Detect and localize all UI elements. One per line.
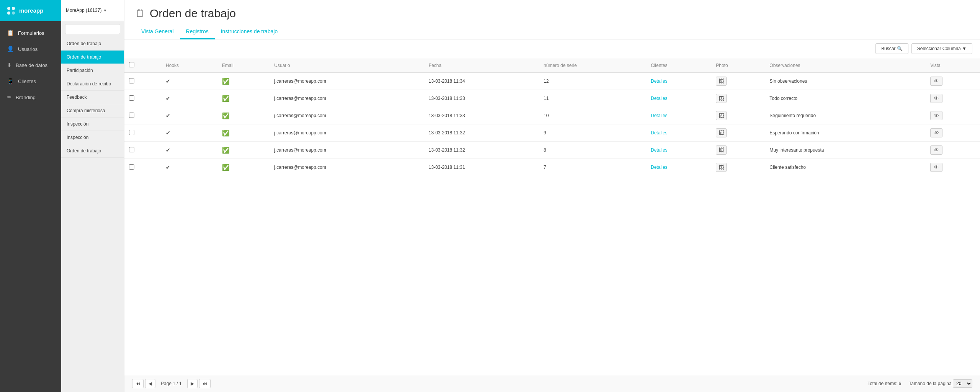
cliente-details-link[interactable]: Detalles: [651, 165, 667, 170]
row-checkbox[interactable]: [129, 164, 134, 170]
cliente-details-link[interactable]: Detalles: [651, 96, 667, 101]
list-item[interactable]: Orden de trabajo: [61, 144, 124, 158]
row-checkbox[interactable]: [129, 95, 134, 101]
row-fecha: 13-03-2018 11:31: [424, 159, 539, 176]
row-vista: 👁: [926, 142, 980, 159]
list-item[interactable]: Declaración de recibo: [61, 77, 124, 91]
sidebar-item-clientes[interactable]: 📱 Clientes: [0, 73, 61, 89]
vista-button[interactable]: 👁: [930, 145, 942, 155]
email-verified-icon: ✅: [222, 95, 230, 102]
hook-check-icon: ✔: [166, 95, 170, 101]
vista-button[interactable]: 👁: [930, 94, 942, 103]
row-photo: 🖼: [711, 73, 765, 90]
row-checkbox-cell: [124, 142, 161, 159]
branding-icon: ✏: [7, 94, 12, 101]
cliente-details-link[interactable]: Detalles: [651, 147, 667, 153]
row-photo: 🖼: [711, 90, 765, 107]
cliente-details-link[interactable]: Detalles: [651, 130, 667, 136]
row-checkbox[interactable]: [129, 113, 134, 118]
usuarios-icon: 👤: [7, 46, 14, 52]
clientes-icon: 📱: [7, 78, 14, 85]
row-email: ✅: [217, 90, 270, 107]
search-button[interactable]: Buscar 🔍: [875, 43, 908, 54]
table-row: ✔ ✅ j.carreras@moreapp.com 13-03-2018 11…: [124, 73, 980, 90]
cliente-details-link[interactable]: Detalles: [651, 78, 667, 84]
account-name: MoreApp (16137): [66, 8, 101, 13]
tabs: Vista General Registros Instrucciones de…: [135, 25, 969, 39]
photo-button[interactable]: 🖼: [716, 145, 727, 155]
col-hooks: Hooks: [161, 58, 217, 73]
cliente-details-link[interactable]: Detalles: [651, 113, 667, 118]
list-item[interactable]: Participación: [61, 64, 124, 77]
photo-button[interactable]: 🖼: [716, 111, 727, 120]
next-page-button[interactable]: ▶: [187, 379, 198, 388]
prev-page-button[interactable]: ◀: [145, 379, 155, 388]
row-hooks: ✔: [161, 142, 217, 159]
page-size-select[interactable]: 20 50 100: [953, 379, 972, 388]
row-email: ✅: [217, 73, 270, 90]
pagination: ⏮ ◀ Page 1 / 1 ▶ ⏭ Total de ítems: 6 Tam…: [124, 375, 980, 392]
photo-button[interactable]: 🖼: [716, 163, 727, 172]
first-page-button[interactable]: ⏮: [132, 379, 144, 388]
sidebar-item-base-datos[interactable]: ⬇ Base de datos: [0, 57, 61, 73]
formularios-icon: 📋: [7, 29, 14, 36]
row-observaciones: Todo correcto: [765, 90, 926, 107]
row-fecha: 13-03-2018 11:34: [424, 73, 539, 90]
page-info: Total de ítems: 6 Tamaño de la página 20…: [867, 379, 972, 388]
row-vista: 👁: [926, 107, 980, 124]
email-verified-icon: ✅: [222, 78, 230, 85]
column-selector-label: Seleccionar Columna ▼: [917, 46, 967, 51]
sidebar-item-branding[interactable]: ✏ Branding: [0, 89, 61, 105]
vista-button[interactable]: 👁: [930, 77, 942, 86]
page-size-label: Tamaño de la página 20 50 100: [909, 379, 972, 388]
row-serie: 8: [539, 142, 646, 159]
list-item[interactable]: Orden de trabajo: [61, 37, 124, 51]
row-observaciones: Sin observaciones: [765, 73, 926, 90]
row-usuario: j.carreras@moreapp.com: [270, 142, 424, 159]
row-usuario: j.carreras@moreapp.com: [270, 90, 424, 107]
row-checkbox[interactable]: [129, 130, 134, 135]
total-items: Total de ítems: 6: [867, 381, 901, 386]
account-selector[interactable]: MoreApp (16137) ▼: [61, 0, 124, 21]
tab-instrucciones[interactable]: Instrucciones de trabajo: [215, 25, 284, 39]
row-hooks: ✔: [161, 124, 217, 142]
page-title-icon: 🗒: [135, 8, 145, 20]
select-all-checkbox[interactable]: [129, 62, 134, 67]
vista-button[interactable]: 👁: [930, 163, 942, 172]
sidebar: moreapp 📋 Formularios 👤 Usuarios ⬇ Base …: [0, 0, 61, 392]
page-header: 🗒 Orden de trabajo Vista General Registr…: [124, 0, 980, 39]
list-item[interactable]: Inspección: [61, 131, 124, 144]
search-button-label: Buscar 🔍: [881, 46, 903, 51]
tab-vista-general[interactable]: Vista General: [135, 25, 180, 39]
row-vista: 👁: [926, 90, 980, 107]
list-item[interactable]: Inspección: [61, 118, 124, 131]
column-selector-button[interactable]: Seleccionar Columna ▼: [911, 43, 972, 54]
photo-button[interactable]: 🖼: [716, 77, 727, 86]
sidebar-item-formularios[interactable]: 📋 Formularios: [0, 25, 61, 41]
sidebar-item-usuarios[interactable]: 👤 Usuarios: [0, 41, 61, 57]
vista-button[interactable]: 👁: [930, 111, 942, 120]
row-checkbox[interactable]: [129, 147, 134, 152]
search-input[interactable]: [65, 24, 120, 34]
tab-registros[interactable]: Registros: [180, 25, 215, 39]
table-row: ✔ ✅ j.carreras@moreapp.com 13-03-2018 11…: [124, 142, 980, 159]
row-hooks: ✔: [161, 73, 217, 90]
row-cliente: Detalles: [646, 124, 711, 142]
row-checkbox[interactable]: [129, 78, 134, 83]
col-observaciones: Observaciones: [765, 58, 926, 73]
last-page-button[interactable]: ⏭: [199, 379, 211, 388]
row-usuario: j.carreras@moreapp.com: [270, 73, 424, 90]
photo-button[interactable]: 🖼: [716, 94, 727, 103]
row-checkbox-cell: [124, 159, 161, 176]
list-item[interactable]: Compra misteriosa: [61, 104, 124, 118]
hook-check-icon: ✔: [166, 78, 170, 84]
col-vista: Vista: [926, 58, 980, 73]
list-item-active[interactable]: Orden de trabajo: [61, 51, 124, 64]
row-observaciones: Esperando confirmación: [765, 124, 926, 142]
row-serie: 12: [539, 73, 646, 90]
svg-point-3: [12, 11, 15, 15]
list-item-feedback[interactable]: Feedback: [61, 91, 124, 104]
photo-button[interactable]: 🖼: [716, 128, 727, 137]
vista-button[interactable]: 👁: [930, 128, 942, 137]
sidebar-label-base-datos: Base de datos: [16, 62, 47, 68]
